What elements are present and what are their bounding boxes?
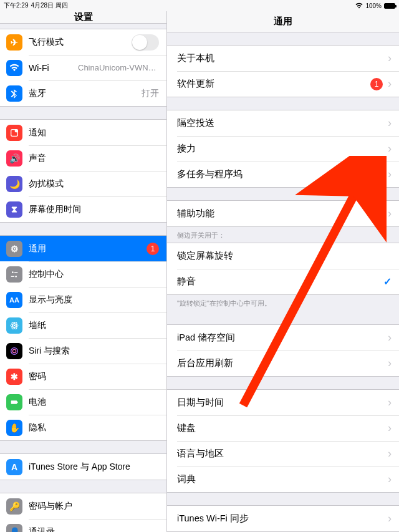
chevron-right-icon: › (388, 77, 392, 90)
row-keyboard[interactable]: 键盘› (167, 415, 399, 441)
svg-point-1 (15, 129, 18, 132)
sidebar-item-display[interactable]: AA显示与亮度 (0, 287, 166, 312)
sound-icon: 🔊 (6, 150, 22, 167)
row-label: 语言与地区 (177, 448, 388, 460)
sidebar-item-battery[interactable]: 电池 (0, 389, 166, 415)
sidebar-item-label: 通讯录 (29, 526, 159, 533)
svg-point-11 (12, 349, 16, 352)
screentime-icon: ⧗ (6, 201, 22, 218)
sidebar-item-control[interactable]: 控制中心 (0, 261, 166, 287)
sidebar-item-label: Wi-Fi (29, 63, 75, 73)
sidebar-item-label: 电池 (29, 397, 159, 408)
row-label: 关于本机 (177, 52, 388, 64)
row-multitask[interactable]: 多任务与程序坞› (167, 162, 399, 187)
sidebar-item-bluetooth[interactable]: 蓝牙打开 (0, 80, 166, 106)
sidebar-item-dnd[interactable]: 🌙勿扰模式 (0, 171, 166, 196)
row-about[interactable]: 关于本机› (167, 46, 399, 71)
row-background[interactable]: 后台应用刷新› (167, 351, 399, 376)
chevron-right-icon: › (388, 512, 392, 525)
row-handoff[interactable]: 接力› (167, 136, 399, 162)
chevron-right-icon: › (388, 331, 392, 344)
group-footer: "旋转锁定"在控制中心中可用。 (167, 295, 399, 312)
svg-rect-5 (11, 276, 14, 276)
sidebar-item-accounts[interactable]: 🔑密码与帐户 (0, 493, 166, 519)
siri-icon (6, 343, 22, 359)
sidebar-item-passcode[interactable]: ✱密码 (0, 364, 166, 389)
row-label: 日期与时间 (177, 397, 388, 409)
sidebar-item-detail: 打开 (142, 88, 159, 99)
wallpaper-icon (6, 317, 22, 334)
row-label: 键盘 (177, 422, 388, 434)
sidebar-item-siri[interactable]: Siri 与搜索 (0, 338, 166, 364)
chevron-right-icon: › (388, 396, 392, 409)
wifi-icon (355, 2, 363, 9)
row-label: 辅助功能 (177, 208, 388, 220)
row-accessibility[interactable]: 辅助功能› (167, 201, 399, 226)
sidebar-item-appstore[interactable]: AiTunes Store 与 App Store (0, 454, 166, 480)
row-airdrop[interactable]: 隔空投送› (167, 110, 399, 136)
row-label: 多任务与程序坞 (177, 168, 388, 180)
sidebar-item-label: 显示与亮度 (29, 294, 159, 306)
row-label: 锁定屏幕旋转 (177, 250, 392, 262)
svg-rect-3 (14, 272, 17, 273)
status-battery-pct: 100% (365, 2, 382, 9)
status-date: 4月28日 周四 (31, 1, 67, 10)
status-time: 下午2:29 (4, 1, 28, 10)
settings-sidebar: 设置 ✈飞行模式Wi-FiChinaUnicom-VWN7TT_...蓝牙打开通… (0, 11, 167, 532)
sidebar-item-label: 飞行模式 (29, 37, 132, 48)
chevron-right-icon: › (388, 357, 392, 370)
sidebar-item-label: iTunes Store 与 App Store (29, 462, 159, 473)
svg-point-2 (12, 271, 14, 273)
row-lockrotation[interactable]: 锁定屏幕旋转 (167, 243, 399, 269)
chevron-right-icon: › (388, 117, 392, 130)
sidebar-item-label: 隐私 (29, 422, 159, 433)
row-itunessync[interactable]: iTunes Wi-Fi 同步› (167, 506, 399, 531)
sidebar-item-general[interactable]: ⚙通用1 (0, 236, 166, 261)
sidebar-item-label: 控制中心 (29, 269, 159, 280)
notifications-icon (6, 125, 22, 141)
row-datetime[interactable]: 日期与时间› (167, 390, 399, 415)
chevron-right-icon: › (388, 473, 392, 486)
sidebar-item-label: 屏幕使用时间 (29, 204, 159, 215)
general-badge: 1 (147, 243, 159, 255)
general-panel: 通用 关于本机›软件更新1›隔空投送›接力›多任务与程序坞›辅助功能›侧边开关用… (167, 11, 399, 532)
svg-point-10 (11, 347, 18, 354)
svg-point-4 (15, 276, 17, 278)
sidebar-item-sound[interactable]: 🔊声音 (0, 145, 166, 171)
sidebar-item-label: 密码 (29, 371, 159, 382)
row-label: 接力 (177, 143, 388, 155)
check-icon: ✓ (383, 276, 392, 288)
group-header: 侧边开关用于： (167, 227, 399, 243)
control-icon (6, 266, 22, 283)
sidebar-item-label: 勿扰模式 (29, 178, 159, 190)
sidebar-item-airplane[interactable]: ✈飞行模式 (0, 29, 166, 55)
sidebar-item-wallpaper[interactable]: 墙纸 (0, 312, 166, 338)
sidebar-item-notifications[interactable]: 通知 (0, 120, 166, 145)
chevron-right-icon: › (388, 168, 392, 181)
svg-rect-13 (17, 401, 18, 403)
row-dictionary[interactable]: 词典› (167, 467, 399, 492)
sidebar-title: 设置 (0, 11, 166, 24)
row-storage[interactable]: iPad 储存空间› (167, 325, 399, 351)
update-badge: 1 (370, 78, 383, 90)
row-label: iPad 储存空间 (177, 332, 388, 344)
sidebar-item-screentime[interactable]: ⧗屏幕使用时间 (0, 196, 166, 222)
chevron-right-icon: › (388, 207, 392, 220)
sidebar-item-contacts[interactable]: 👤通讯录 (0, 519, 166, 532)
row-mute[interactable]: 静音✓ (167, 269, 399, 294)
status-bar: 下午2:29 4月28日 周四 100% (0, 0, 399, 11)
row-label: 后台应用刷新 (177, 357, 388, 369)
sidebar-item-label: 声音 (29, 153, 159, 164)
battery-icon (6, 394, 22, 410)
sidebar-item-wifi[interactable]: Wi-FiChinaUnicom-VWN7TT_... (0, 55, 166, 80)
sidebar-item-privacy[interactable]: ✋隐私 (0, 415, 166, 440)
main-title: 通用 (167, 11, 399, 32)
chevron-right-icon: › (388, 52, 392, 65)
airplane-toggle[interactable] (132, 34, 159, 51)
row-update[interactable]: 软件更新1› (167, 71, 399, 97)
svg-rect-12 (11, 400, 17, 404)
contacts-icon: 👤 (6, 524, 22, 533)
row-language[interactable]: 语言与地区› (167, 441, 399, 467)
sidebar-item-detail: ChinaUnicom-VWN7TT_... (78, 63, 159, 72)
general-icon: ⚙ (6, 241, 22, 257)
